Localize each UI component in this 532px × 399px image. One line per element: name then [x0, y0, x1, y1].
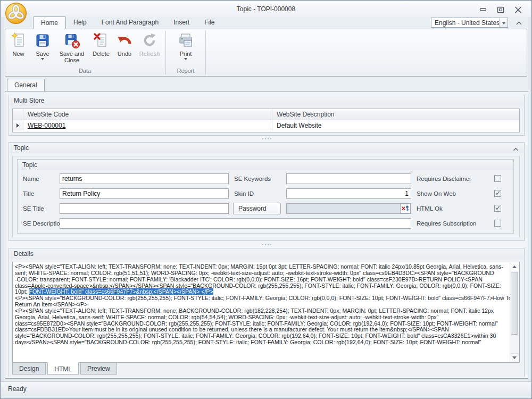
chevron-down-icon — [184, 58, 187, 60]
restore-button[interactable] — [496, 6, 505, 13]
website-code-cell[interactable]: WEB-000001 — [23, 120, 272, 131]
refresh-button[interactable]: Refresh — [136, 30, 163, 67]
undo-icon — [116, 32, 133, 49]
print-button[interactable]: Print — [168, 30, 203, 67]
row-marker-icon — [16, 123, 19, 128]
details-header: Details — [9, 248, 524, 259]
main-panel: Multi Store WebSite Code WebSite Descrip… — [5, 91, 528, 379]
delete-button[interactable]: Delete — [89, 30, 113, 67]
save-and-close-icon — [63, 32, 80, 49]
scroll-up-button[interactable] — [510, 263, 519, 271]
tab-file[interactable]: File — [197, 16, 222, 29]
ribbon-collapse-button[interactable] — [514, 19, 523, 27]
tab-preview[interactable]: Preview — [80, 363, 117, 375]
chevron-up-icon — [516, 21, 522, 26]
tab-design[interactable]: Design — [12, 363, 46, 375]
topic-inner-header: Topic — [18, 160, 513, 170]
show-on-web-label: Show On Web — [417, 188, 456, 199]
multi-store-group: Multi Store WebSite Code WebSite Descrip… — [9, 95, 525, 136]
se-title-input[interactable] — [60, 203, 229, 214]
se-keywords-label: SE Keywords — [234, 173, 271, 184]
titlebar[interactable]: Topic - TOPI-000008 — [1, 1, 531, 17]
language-dropdown-button[interactable] — [499, 18, 508, 27]
skin-id-input[interactable] — [286, 188, 411, 199]
html-ok-label: HTML Ok — [417, 203, 443, 214]
ribbon-tab-row: Home Help Font And Paragraph Insert File… — [1, 16, 531, 29]
tab-help[interactable]: Help — [66, 16, 94, 29]
chevron-up-icon — [513, 147, 519, 152]
save-and-close-button[interactable]: Save and Close — [55, 30, 89, 67]
se-keywords-input[interactable] — [286, 173, 411, 184]
password-key-delete-icon — [401, 205, 410, 212]
skin-id-label: Skin ID — [234, 188, 254, 199]
scrollbar-thumb[interactable] — [511, 272, 518, 335]
triangle-down-icon — [512, 356, 517, 359]
tab-html[interactable]: HTML — [47, 362, 79, 375]
details-group: Details <P><SPAN style="TEXT-ALIGN: left… — [9, 248, 525, 377]
table-row[interactable]: WEB-000001 Default Website — [13, 120, 519, 131]
tab-insert[interactable]: Insert — [166, 16, 197, 29]
language-select[interactable]: English - United States — [431, 18, 508, 28]
window-title: Topic - TOPI-000008 — [1, 5, 531, 13]
minimize-icon — [479, 6, 487, 13]
chevron-down-icon — [41, 58, 44, 60]
tab-home[interactable]: Home — [33, 16, 66, 29]
column-header-website-description[interactable]: WebSite Description — [272, 109, 519, 120]
password-input[interactable] — [286, 203, 411, 214]
save-icon — [34, 32, 51, 49]
language-value: English - United States — [431, 18, 499, 27]
save-button[interactable]: Save — [30, 30, 55, 67]
splitter-handle[interactable] — [9, 243, 525, 247]
ribbon-group-label-data: Data — [6, 67, 163, 76]
scroll-down-button[interactable] — [510, 353, 519, 362]
refresh-icon — [141, 32, 158, 49]
html-code-editor[interactable]: <P><SPAN style="TEXT-ALIGN: left; TEXT-T… — [12, 262, 520, 363]
new-button[interactable]: New — [6, 30, 30, 67]
column-header-website-code[interactable]: WebSite Code — [23, 109, 272, 120]
requires-disclaimer-label: Requires Disclaimer — [417, 173, 471, 184]
topic-header: Topic — [9, 143, 524, 153]
print-icon — [177, 32, 194, 49]
title-input[interactable] — [60, 188, 229, 199]
code-line: <P><SPAN style="BACKGROUND-COLOR: rgb(25… — [15, 295, 508, 302]
code-line: days</SPAN><SPAN style="BACKGROUND-COLOR… — [15, 339, 508, 346]
close-icon — [514, 6, 522, 13]
topic-collapse-button[interactable] — [513, 146, 519, 153]
undo-button[interactable]: Undo — [113, 30, 136, 67]
chevron-down-icon — [502, 22, 505, 24]
vertical-scrollbar[interactable] — [510, 263, 519, 362]
password-clear-button[interactable] — [400, 204, 411, 213]
name-input[interactable] — [60, 173, 229, 184]
ribbon-group-data: New Save — [5, 29, 164, 76]
ribbon-group-report: Print Report — [167, 29, 204, 76]
selected-text: FONT-WEIGHT: bold" class=cs66F947F7>&nbs… — [29, 288, 213, 295]
ribbon-separator — [205, 31, 206, 74]
grid-header-row: WebSite Code WebSite Description — [13, 109, 519, 120]
topic-body: Topic Name Title SE Title SE Description… — [12, 156, 520, 237]
ribbon-group-label-report: Report — [168, 67, 203, 76]
close-button[interactable] — [514, 6, 522, 13]
topic-inner-group: Topic Name Title SE Title SE Description… — [17, 159, 514, 234]
new-document-icon — [10, 32, 27, 49]
tab-font-and-paragraph[interactable]: Font And Paragraph — [94, 16, 166, 29]
row-selector-cell[interactable] — [13, 120, 23, 131]
multi-store-header: Multi Store — [9, 95, 524, 106]
requires-disclaimer-checkbox[interactable] — [494, 175, 501, 182]
password-button[interactable]: Password — [233, 203, 281, 214]
requires-subscription-checkbox[interactable] — [494, 220, 501, 227]
splitter-handle[interactable] — [9, 137, 525, 141]
editor-mode-tabs: Design HTML Preview — [12, 363, 119, 375]
topic-group: Topic Topic Name Title SE Title SE Descr… — [9, 142, 525, 241]
app-logo-icon[interactable] — [5, 2, 27, 24]
se-description-label: SE Description — [23, 218, 63, 229]
tab-general[interactable]: General — [7, 79, 45, 91]
se-description-input[interactable] — [60, 218, 411, 229]
title-label: Title — [23, 188, 34, 199]
restore-icon — [497, 6, 504, 13]
minimize-button[interactable] — [479, 6, 487, 13]
show-on-web-checkbox[interactable] — [494, 190, 501, 197]
se-title-label: SE Title — [23, 203, 44, 214]
status-bar: Ready — [1, 381, 531, 396]
app-window: Topic - TOPI-000008 — [0, 0, 532, 399]
html-ok-checkbox[interactable] — [494, 205, 501, 212]
